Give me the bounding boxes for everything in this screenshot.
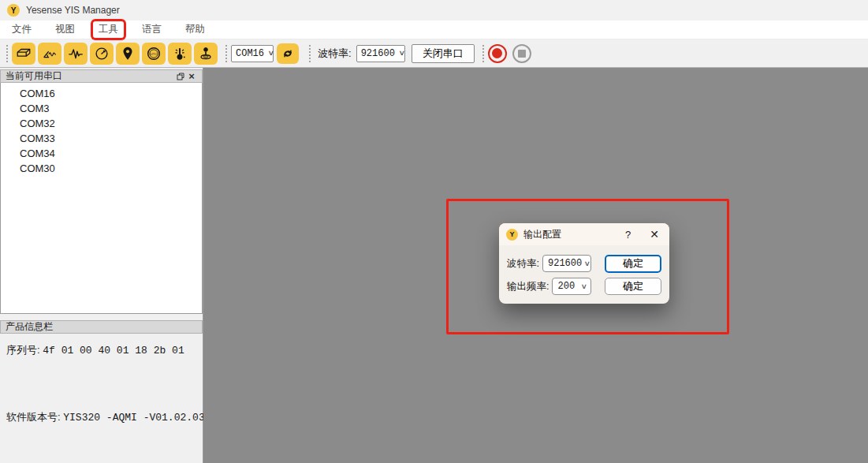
baud-rate-value: 921600 xyxy=(361,48,395,59)
stop-button[interactable] xyxy=(512,44,531,63)
software-version-label: 软件版本号: xyxy=(6,411,61,423)
product-panel-title: 产品信息栏 xyxy=(6,320,53,334)
menu-help[interactable]: 帮助 xyxy=(180,21,210,38)
dialog-close-button[interactable]: ✕ xyxy=(650,228,659,241)
close-serial-button[interactable]: 关闭串口 xyxy=(412,44,475,63)
serial-number-label: 序列号: xyxy=(6,344,40,356)
window-title: Yesense YIS Manager xyxy=(26,5,120,16)
titlebar: Y Yesense YIS Manager xyxy=(0,0,868,21)
toolbar: UTC COM16 ∨ 波特率: 921600 ∨ 关闭串口 xyxy=(0,39,868,68)
record-group-drag-handle[interactable] xyxy=(481,43,486,64)
dialog-titlebar: Y 输出配置 ? ✕ xyxy=(499,223,669,245)
port-list-item[interactable]: COM16 xyxy=(1,86,202,101)
port-list-item[interactable]: COM32 xyxy=(1,116,202,131)
serial-number-row: 序列号: 4f 01 00 40 01 18 2b 01 xyxy=(6,343,196,357)
svg-text:UTC: UTC xyxy=(151,51,158,55)
software-version-value: YIS320 -AQMI -V01.02.03; xyxy=(63,412,210,424)
menu-view[interactable]: 视图 xyxy=(50,21,80,38)
refresh-ports-button[interactable] xyxy=(277,43,299,64)
3d-cube-button[interactable] xyxy=(12,43,35,65)
menu-file[interactable]: 文件 xyxy=(6,21,37,38)
product-panel-header: 产品信息栏 xyxy=(0,320,203,334)
vibration-temp-button[interactable] xyxy=(168,43,192,65)
menubar: 文件 视图 工具 语言 帮助 xyxy=(0,21,868,39)
stop-icon xyxy=(518,50,526,58)
output-config-dialog: Y 输出配置 ? ✕ 波特率: 921600 ∨ 确定 输出频率: 200 ∨ … xyxy=(499,223,669,304)
float-panel-button[interactable] xyxy=(175,71,186,82)
record-button[interactable] xyxy=(488,44,507,63)
utc-clock-button[interactable]: UTC xyxy=(142,43,166,65)
chevron-down-icon: ∨ xyxy=(268,49,274,58)
port-list-item[interactable]: COM34 xyxy=(1,146,202,161)
serial-panel-title: 当前可用串口 xyxy=(6,69,62,83)
chevron-down-icon: ∨ xyxy=(399,49,405,58)
com-port-combo[interactable]: COM16 ∨ xyxy=(231,45,274,62)
content-area: 当前可用串口 × COM16COM3COM32COM33COM34COM30 产… xyxy=(0,68,868,463)
confirm-baud-button[interactable]: 确定 xyxy=(605,255,661,273)
record-icon xyxy=(492,48,502,58)
sync-arrows-icon xyxy=(280,46,296,62)
gauge-button[interactable] xyxy=(90,43,114,65)
vibration-thermometer-icon xyxy=(171,45,188,62)
com-port-value: COM16 xyxy=(236,48,264,59)
left-dock: 当前可用串口 × COM16COM3COM32COM33COM34COM30 产… xyxy=(0,68,203,463)
joystick-icon xyxy=(197,45,214,62)
location-button[interactable] xyxy=(116,43,140,65)
waveform-button[interactable] xyxy=(64,43,88,65)
joystick-button[interactable] xyxy=(194,43,218,65)
angle-wave-button[interactable] xyxy=(38,43,61,65)
baud-group-drag-handle[interactable] xyxy=(307,43,312,64)
product-info-body: 序列号: 4f 01 00 40 01 18 2b 01 软件版本号: YIS3… xyxy=(0,334,203,424)
port-list: COM16COM3COM32COM33COM34COM30 xyxy=(0,83,203,314)
chevron-down-icon: ∨ xyxy=(581,282,587,291)
gauge-icon xyxy=(93,45,110,62)
software-version-row: 软件版本号: YIS320 -AQMI -V01.02.03; xyxy=(6,410,196,424)
dialog-title: 输出配置 xyxy=(523,228,561,241)
baud-rate-label: 波特率: xyxy=(318,47,352,61)
serial-panel-header: 当前可用串口 × xyxy=(0,69,203,83)
dialog-freq-label: 输出频率: xyxy=(507,280,549,293)
toolbar-drag-handle[interactable] xyxy=(5,43,9,64)
dialog-help-button[interactable]: ? xyxy=(625,229,631,241)
waveform-icon xyxy=(67,45,84,62)
port-list-item[interactable]: COM33 xyxy=(1,131,202,146)
app-logo-icon: Y xyxy=(7,4,20,17)
angle-wave-icon xyxy=(41,45,58,62)
cube-icon xyxy=(15,45,32,62)
application-window: Y Yesense YIS Manager 文件 视图 工具 语言 帮助 UTC xyxy=(0,0,868,463)
serial-number-value: 4f 01 00 40 01 18 2b 01 xyxy=(43,345,184,357)
dialog-logo-icon: Y xyxy=(506,229,518,241)
port-list-item[interactable]: COM3 xyxy=(1,101,202,116)
location-pin-icon xyxy=(119,45,136,62)
port-group-drag-handle[interactable] xyxy=(224,43,229,64)
chevron-down-icon: ∨ xyxy=(584,260,590,268)
baud-rate-row: 波特率: 921600 ∨ 确定 xyxy=(507,254,661,273)
menu-language[interactable]: 语言 xyxy=(136,21,167,38)
utc-clock-icon: UTC xyxy=(145,45,162,62)
dialog-baud-combo[interactable]: 921600 ∨ xyxy=(542,255,591,272)
dialog-baud-label: 波特率: xyxy=(507,257,539,271)
close-panel-button[interactable]: × xyxy=(186,71,197,82)
dialog-baud-value: 921600 xyxy=(548,258,582,269)
menu-tools[interactable]: 工具 xyxy=(93,21,124,38)
dialog-freq-value: 200 xyxy=(557,281,575,292)
baud-rate-combo[interactable]: 921600 ∨ xyxy=(356,45,405,62)
output-freq-row: 输出频率: 200 ∨ 确定 xyxy=(507,277,661,296)
dialog-body: 波特率: 921600 ∨ 确定 输出频率: 200 ∨ 确定 xyxy=(499,245,669,296)
port-list-item[interactable]: COM30 xyxy=(1,161,202,176)
confirm-freq-button[interactable]: 确定 xyxy=(605,278,661,295)
dialog-freq-combo[interactable]: 200 ∨ xyxy=(552,278,591,295)
